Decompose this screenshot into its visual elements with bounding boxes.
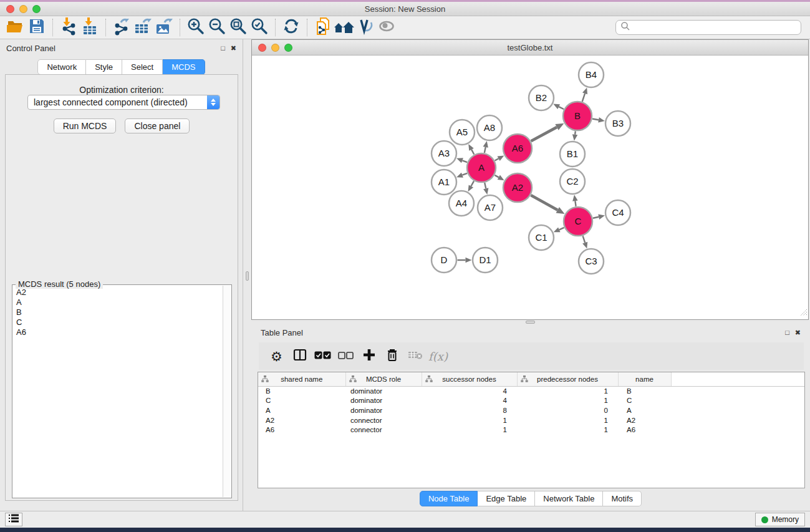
table-cell[interactable]: A bbox=[618, 405, 671, 415]
table-cell[interactable]: 1 bbox=[517, 425, 618, 435]
table-row[interactable]: Cdominator41C bbox=[258, 396, 804, 406]
table-cell[interactable]: 1 bbox=[422, 415, 517, 425]
float-panel-icon[interactable]: □ bbox=[785, 329, 789, 336]
result-list-scrollbar[interactable] bbox=[223, 286, 231, 497]
tab-network-table[interactable]: Network Table bbox=[535, 491, 603, 506]
task-history-button[interactable] bbox=[5, 513, 22, 526]
edge-C-C3[interactable] bbox=[583, 236, 586, 243]
tab-style[interactable]: Style bbox=[86, 59, 122, 75]
tab-edge-table[interactable]: Edge Table bbox=[478, 491, 535, 506]
search-input[interactable] bbox=[630, 23, 796, 32]
criterion-select[interactable]: largest connected component (directed) bbox=[27, 95, 220, 110]
import-table-button[interactable] bbox=[79, 17, 100, 37]
table-row[interactable]: Adominator80A bbox=[258, 405, 804, 415]
edge-A-A7[interactable] bbox=[485, 183, 486, 188]
table-cell[interactable]: 0 bbox=[517, 405, 618, 415]
result-item[interactable]: C bbox=[13, 317, 222, 327]
table-cell[interactable]: dominator bbox=[345, 386, 422, 396]
table-cell[interactable]: 4 bbox=[422, 386, 517, 396]
column-header-shared-name[interactable]: shared name bbox=[258, 372, 345, 386]
result-item[interactable]: A6 bbox=[13, 327, 222, 337]
zoom-selected-button[interactable] bbox=[249, 17, 270, 37]
mcds-result-list[interactable]: A2ABCA6 bbox=[13, 288, 222, 497]
home-button[interactable] bbox=[334, 17, 355, 37]
edge-C-C1[interactable] bbox=[559, 228, 564, 230]
table-cell[interactable]: connector bbox=[345, 425, 422, 435]
run-mcds-button[interactable]: Run MCDS bbox=[54, 118, 117, 133]
column-header-predecessor-nodes[interactable]: predecessor nodes bbox=[517, 372, 618, 386]
table-cell[interactable]: 1 bbox=[517, 415, 618, 425]
result-item[interactable]: B bbox=[13, 307, 222, 317]
network-graph[interactable]: B4B2BB3B1A5A8A6A3AA1A4A7A2C2CC4C1C3DD1 bbox=[252, 56, 808, 319]
zoom-fit-button[interactable] bbox=[228, 17, 249, 37]
resize-grip-icon[interactable] bbox=[799, 307, 808, 319]
table-cell[interactable]: A6 bbox=[258, 425, 345, 435]
export-table-button[interactable] bbox=[132, 17, 153, 37]
table-row[interactable]: A6connector11A6 bbox=[258, 425, 804, 435]
zoom-in-button[interactable] bbox=[185, 17, 206, 37]
table-cell[interactable]: 4 bbox=[422, 396, 517, 406]
table-cell[interactable]: dominator bbox=[345, 405, 422, 415]
column-header-successor-nodes[interactable]: successor nodes bbox=[422, 372, 517, 386]
table-cell[interactable]: A2 bbox=[258, 415, 345, 425]
open-session-button[interactable] bbox=[5, 17, 26, 37]
search-box[interactable] bbox=[615, 20, 801, 35]
tab-network[interactable]: Network bbox=[37, 59, 86, 75]
network-window-titlebar[interactable]: testGlobe.txt bbox=[252, 40, 808, 56]
result-item[interactable]: A bbox=[13, 297, 222, 307]
edge-C-C2[interactable] bbox=[575, 201, 576, 206]
hide-details-button[interactable] bbox=[376, 17, 397, 37]
delete-columns-button[interactable] bbox=[380, 345, 403, 367]
table-cell[interactable]: C bbox=[618, 396, 671, 406]
function-builder-button[interactable]: f(x) bbox=[427, 345, 450, 367]
table-row[interactable]: A2connector11A2 bbox=[258, 415, 804, 425]
edge-A6-B[interactable] bbox=[531, 127, 557, 141]
tab-node-table[interactable]: Node Table bbox=[420, 491, 478, 506]
result-item[interactable]: A2 bbox=[13, 288, 222, 297]
edge-A-A4[interactable] bbox=[471, 181, 474, 186]
edge-A-A1[interactable] bbox=[462, 173, 467, 175]
horizontal-splitter[interactable] bbox=[251, 320, 810, 324]
tab-motifs[interactable]: Motifs bbox=[603, 491, 642, 506]
edge-B-B3[interactable] bbox=[592, 118, 599, 120]
edge-A2-C[interactable] bbox=[531, 195, 557, 210]
table-cell[interactable]: 1 bbox=[517, 396, 618, 406]
save-session-button[interactable] bbox=[26, 17, 47, 37]
graphics-details-button[interactable] bbox=[355, 17, 376, 37]
edge-A-A5[interactable] bbox=[471, 150, 474, 155]
select-all-columns-button[interactable] bbox=[311, 345, 334, 367]
edge-B-B1[interactable] bbox=[575, 131, 576, 134]
export-image-button[interactable] bbox=[153, 17, 175, 37]
table-cell[interactable]: A6 bbox=[618, 425, 671, 435]
export-network-button[interactable] bbox=[111, 17, 132, 37]
table-cell[interactable]: connector bbox=[345, 415, 422, 425]
table-row[interactable]: Bdominator41B bbox=[258, 386, 804, 396]
table-cell[interactable]: B bbox=[618, 386, 671, 396]
table-cell[interactable]: C bbox=[258, 396, 345, 406]
import-network-button[interactable] bbox=[58, 17, 79, 37]
column-header-name[interactable]: name bbox=[618, 372, 671, 386]
table-settings-button[interactable]: ⚙ bbox=[265, 345, 288, 367]
splitter-grip[interactable] bbox=[526, 321, 535, 324]
close-panel-icon[interactable]: ✖ bbox=[231, 44, 236, 52]
edge-A-A6[interactable] bbox=[495, 158, 499, 160]
edge-A-A2[interactable] bbox=[494, 175, 498, 177]
edge-A-A8[interactable] bbox=[485, 147, 486, 153]
float-panel-icon[interactable]: □ bbox=[221, 44, 225, 52]
edge-C-C4[interactable] bbox=[593, 217, 599, 218]
memory-button[interactable]: Memory bbox=[755, 513, 805, 526]
edge-A-A3[interactable] bbox=[462, 160, 467, 162]
zoom-out-button[interactable] bbox=[206, 17, 228, 37]
create-column-button[interactable] bbox=[357, 345, 380, 367]
vertical-splitter[interactable] bbox=[243, 39, 251, 511]
table-cell[interactable]: A2 bbox=[618, 415, 671, 425]
refresh-button[interactable] bbox=[281, 17, 302, 37]
splitter-grip[interactable] bbox=[246, 271, 249, 281]
delete-table-button[interactable] bbox=[403, 345, 427, 367]
tab-mcds[interactable]: MCDS bbox=[163, 59, 205, 75]
table-cell[interactable]: dominator bbox=[345, 396, 422, 406]
close-panel-icon[interactable]: ✖ bbox=[795, 329, 801, 337]
network-canvas[interactable]: B4B2BB3B1A5A8A6A3AA1A4A7A2C2CC4C1C3DD1 bbox=[252, 56, 808, 319]
edge-B-B2[interactable] bbox=[559, 107, 564, 109]
table-cell[interactable]: A bbox=[258, 405, 345, 415]
